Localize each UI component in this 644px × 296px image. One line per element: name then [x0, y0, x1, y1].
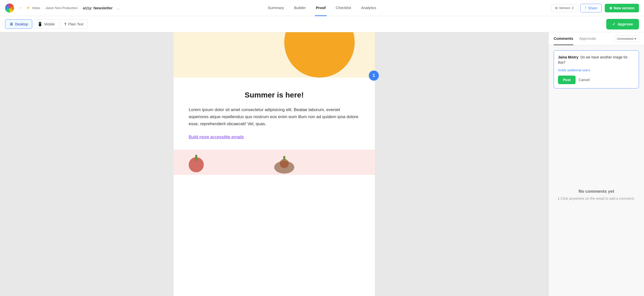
more-options-button[interactable]: ... [116, 5, 120, 11]
comment-action-buttons: Post Cancel [558, 76, 635, 84]
panel-tab-comments[interactable]: Comments [554, 32, 573, 45]
nav-tabs: Summary Builder Proof Checklist Analytic… [267, 0, 377, 16]
view-tab-group: 🖥 Desktop 📱 Mobile T Plain Text [5, 19, 88, 29]
approve-button[interactable]: ✓ Approve [606, 19, 639, 29]
version-label: Version: 2 [559, 6, 574, 10]
comment-author: Jaina Mistry [558, 55, 578, 59]
comment-content: Jaina Mistry Do we have another image fo… [558, 55, 635, 65]
svg-rect-1 [195, 155, 197, 161]
tab-builder[interactable]: Builder [293, 0, 307, 16]
footer-decoration-left [186, 150, 211, 175]
post-comment-button[interactable]: Post [558, 76, 576, 84]
breadcrumb-sep2: › [80, 6, 81, 10]
inbox-icon: 📁 [27, 6, 30, 10]
view-tab-plain-text[interactable]: T Plain Text [60, 19, 88, 29]
desktop-icon: 🖥 [9, 22, 13, 26]
no-comments-title: No comments yet [579, 189, 614, 194]
email-body-section: Summer is here! Lorem ipsum dolor sit am… [174, 79, 375, 150]
no-comments-area: No comments yet ℹ Click anywhere on the … [549, 93, 644, 296]
email-footer-section[interactable] [174, 150, 375, 175]
breadcrumb-current: a11y: Newsletter [83, 6, 112, 10]
share-button[interactable]: ⤴ Share [580, 4, 601, 12]
logo-icon [5, 4, 14, 13]
main-layout: 1 Summer is here! Lorem ipsum dolor sit … [0, 32, 644, 296]
text-icon: T [64, 22, 67, 26]
panel-tabs: Comments Approvals Unresolved ▾ [549, 32, 644, 45]
svg-rect-4 [283, 156, 285, 161]
mobile-icon: 📱 [37, 22, 43, 26]
view-tab-desktop[interactable]: 🖥 Desktop [5, 19, 32, 29]
email-link[interactable]: Build more accessible emails [189, 135, 244, 139]
panel-tab-approvals[interactable]: Approvals [579, 32, 596, 45]
nav-arrow-icon: → [18, 5, 23, 11]
new-version-button[interactable]: ⊕ New version [605, 4, 639, 12]
unresolved-filter-button[interactable]: Unresolved ▾ [614, 35, 639, 42]
share-icon: ⤴ [585, 6, 586, 10]
comment-badge-1[interactable]: 1 [369, 71, 379, 81]
copy-icon: ⧉ [555, 6, 557, 10]
notify-users-link[interactable]: Notify additional users [558, 68, 635, 72]
breadcrumb: 📁 Inbox › Jason Non-Production › a11y: N… [27, 5, 120, 11]
email-heading: Summer is here! [189, 91, 360, 99]
checkmark-icon: ✓ [612, 22, 616, 26]
footer-decoration-right [269, 150, 299, 175]
version-button[interactable]: ⧉ Version: 2 [551, 4, 577, 12]
tab-analytics[interactable]: Analytics [360, 0, 377, 16]
plus-icon: ⊕ [609, 6, 612, 10]
cancel-comment-button[interactable]: Cancel [579, 78, 590, 82]
breadcrumb-sep: › [42, 6, 43, 10]
toolbar: 🖥 Desktop 📱 Mobile T Plain Text ✓ Approv… [0, 16, 644, 32]
email-hero-section[interactable] [174, 32, 375, 78]
comment-compose-box: Jaina Mistry Do we have another image fo… [554, 50, 639, 88]
top-nav: → 📁 Inbox › Jason Non-Production › a11y:… [0, 0, 644, 16]
email-body-text: Lorem ipsum dolor sit amet consectetur a… [189, 106, 360, 127]
info-icon: ℹ [558, 197, 559, 201]
view-tab-mobile[interactable]: 📱 Mobile [33, 19, 59, 29]
tab-summary[interactable]: Summary [267, 0, 285, 16]
nav-right-actions: ⧉ Version: 2 ⤴ Share ⊕ New version [551, 4, 639, 12]
breadcrumb-project[interactable]: Jason Non-Production [45, 6, 78, 10]
tab-checklist[interactable]: Checklist [335, 0, 352, 16]
email-canvas[interactable]: 1 Summer is here! Lorem ipsum dolor sit … [0, 32, 548, 296]
right-panel: Comments Approvals Unresolved ▾ Jaina Mi… [548, 32, 644, 296]
breadcrumb-inbox[interactable]: Inbox [32, 6, 40, 10]
tab-proof[interactable]: Proof [315, 0, 327, 16]
no-comments-subtitle: ℹ Click anywhere on the email to add a c… [558, 196, 635, 201]
hero-circle-decoration [284, 32, 355, 78]
panel-tab-group: Comments Approvals [554, 32, 596, 45]
email-content: 1 Summer is here! Lorem ipsum dolor sit … [174, 32, 375, 296]
chevron-down-icon: ▾ [634, 37, 636, 41]
email-hero-wrapper: 1 [174, 32, 375, 78]
